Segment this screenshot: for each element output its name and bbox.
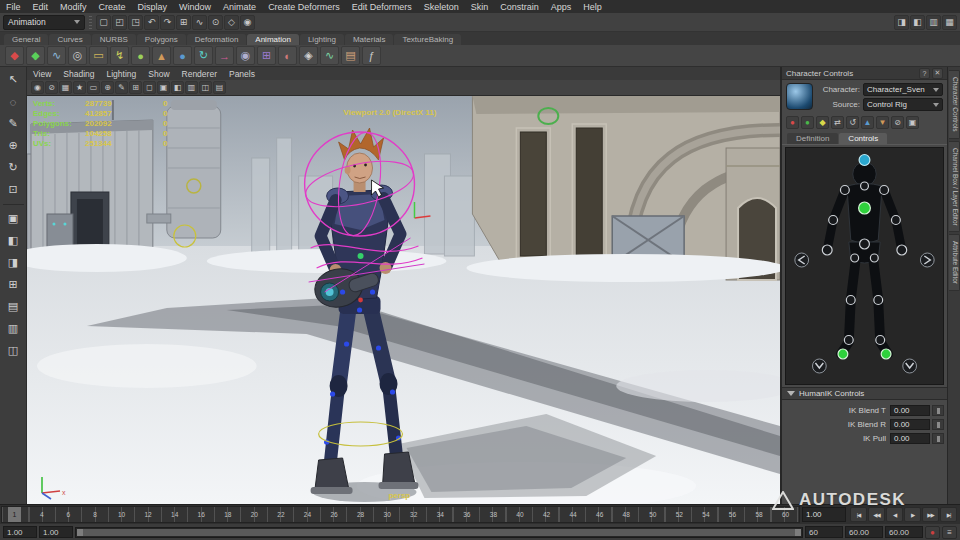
menubar-item[interactable]: Skeleton (418, 2, 465, 12)
time-slider[interactable]: 2468101214161820222426283032343638404244… (1, 506, 800, 523)
menubar-item[interactable]: Animate (217, 2, 262, 12)
lock-icon[interactable]: ⊘ (891, 116, 904, 129)
shelf-tab[interactable]: TextureBaking (394, 34, 461, 45)
animation-preferences-button[interactable]: ≡ (942, 526, 957, 539)
menubar-item[interactable]: Edit (27, 2, 55, 12)
move-tool-icon[interactable]: ⊕ (3, 135, 24, 156)
expression-editor-icon[interactable]: ƒ (362, 46, 381, 65)
snap-curve-icon[interactable]: ∿ (192, 15, 207, 30)
shelf-tab[interactable]: NURBS (92, 34, 136, 45)
cluster-icon[interactable]: ◉ (236, 46, 255, 65)
orient-constraint-icon[interactable]: ↻ (194, 46, 213, 65)
grease-pencil-icon[interactable]: ✎ (115, 81, 128, 94)
range-start-field[interactable]: 1.00 (3, 526, 37, 538)
render-icon[interactable]: ◉ (240, 15, 255, 30)
create-clip-icon[interactable]: ▭ (89, 46, 108, 65)
menubar-item[interactable]: Help (577, 2, 608, 12)
layout-two-pane-side-icon[interactable]: ◧ (3, 230, 24, 251)
menubar-item[interactable]: Skin (465, 2, 495, 12)
set-key-icon[interactable]: ◆ (5, 46, 24, 65)
slider-widget[interactable] (932, 433, 944, 444)
panel-menu-item[interactable]: View (27, 69, 57, 79)
range-start-field[interactable]: 1.00 (39, 526, 73, 538)
shelf-tab[interactable]: Deformation (187, 34, 247, 45)
bookmarks-icon[interactable]: ★ (73, 81, 86, 94)
select-camera-icon[interactable]: ◉ (31, 81, 44, 94)
menubar-item[interactable]: Create Deformers (262, 2, 346, 12)
shelf-tab[interactable]: Polygons (137, 34, 186, 45)
help-icon[interactable]: ? (919, 68, 930, 79)
lasso-select-tool-icon[interactable]: ◌ (3, 91, 24, 112)
field-chart-icon[interactable]: ▥ (185, 81, 198, 94)
save-scene-icon[interactable]: ◳ (128, 15, 143, 30)
safe-title-icon[interactable]: ▤ (213, 81, 226, 94)
resolution-gate-icon[interactable]: ▣ (157, 81, 170, 94)
snap-grid-icon[interactable]: ⊞ (176, 15, 191, 30)
panel-menu-item[interactable]: Panels (223, 69, 261, 79)
layout-four-pane-icon[interactable]: ⊞ (3, 274, 24, 295)
options-icon[interactable]: ▣ (906, 116, 919, 129)
shelf-tab[interactable]: Curves (49, 34, 90, 45)
viewport-scene[interactable]: Verts: 287739 0 Edges: 412857 0 Polygons… (27, 96, 780, 504)
attribute-value-field[interactable]: 0.00 (890, 433, 930, 444)
paint-select-tool-icon[interactable]: ✎ (3, 113, 24, 134)
pin-translate-icon[interactable]: ▼ (876, 116, 889, 129)
side-tab-attribute-editor[interactable]: Attribute Editor (949, 234, 960, 291)
safe-action-icon[interactable]: ◫ (199, 81, 212, 94)
key-full-body-icon[interactable]: ● (786, 116, 799, 129)
key-body-part-icon[interactable]: ● (801, 116, 814, 129)
menubar-item[interactable]: Apps (545, 2, 578, 12)
select-tool-icon[interactable]: ↖ (3, 69, 24, 90)
blend-shape-icon[interactable]: ◐ (278, 46, 297, 65)
character-controls-tab[interactable]: Definition (787, 133, 838, 144)
breakdown-key-icon[interactable]: ◆ (26, 46, 45, 65)
shelf-tab[interactable]: General (4, 34, 48, 45)
layout-persp-outliner-icon[interactable]: ▤ (3, 296, 24, 317)
dope-sheet-icon[interactable]: ▤ (341, 46, 360, 65)
go-to-stance-icon[interactable]: ▲ (861, 116, 874, 129)
range-end-field[interactable]: 60.00 (845, 526, 883, 538)
mirror-icon[interactable]: ⇄ (831, 116, 844, 129)
layout-single-pane-icon[interactable]: ▣ (3, 208, 24, 229)
source-dropdown[interactable]: Control Rig (863, 98, 943, 111)
snap-point-icon[interactable]: ⊙ (208, 15, 223, 30)
rotate-tool-icon[interactable]: ↻ (3, 157, 24, 178)
side-tab-character-controls[interactable]: Character Controls (949, 70, 960, 139)
side-tab-channel-box[interactable]: Channel Box / Layer Editor (949, 141, 960, 233)
close-icon[interactable]: ✕ (932, 68, 943, 79)
range-bar[interactable] (77, 529, 801, 536)
film-gate-icon[interactable]: ◻ (143, 81, 156, 94)
undo-icon[interactable]: ↶ (144, 15, 159, 30)
lattice-icon[interactable]: ⊞ (257, 46, 276, 65)
slider-widget[interactable] (932, 419, 944, 430)
range-end-field[interactable]: 60.00 (885, 526, 923, 538)
range-end-field[interactable]: 60 (805, 526, 843, 538)
open-scene-icon[interactable]: ◰ (112, 15, 127, 30)
2d-pan-zoom-icon[interactable]: ⊕ (101, 81, 114, 94)
toggle-channel-box-icon[interactable]: ▥ (926, 15, 941, 30)
point-constraint-icon[interactable]: ● (173, 46, 192, 65)
toggle-attribute-editor-icon[interactable]: ◨ (894, 15, 909, 30)
panel-menu-item[interactable]: Lighting (100, 69, 142, 79)
aim-constraint-icon[interactable]: → (215, 46, 234, 65)
shelf-tab[interactable]: Materials (345, 34, 393, 45)
range-handle-right[interactable] (795, 529, 801, 536)
menubar-item[interactable]: Create (93, 2, 132, 12)
scale-tool-icon[interactable]: ⊡ (3, 179, 24, 200)
joint-tool-icon[interactable]: ● (131, 46, 150, 65)
playhead[interactable]: 1 (8, 507, 21, 522)
graph-editor-icon[interactable]: ∿ (320, 46, 339, 65)
menubar-item[interactable]: Edit Deformers (346, 2, 418, 12)
ghost-icon[interactable]: ◎ (68, 46, 87, 65)
panel-menu-item[interactable]: Renderer (176, 69, 223, 79)
attribute-value-field[interactable]: 0.00 (890, 405, 930, 416)
menubar-item[interactable]: Display (132, 2, 174, 12)
character-controls-tab[interactable]: Controls (839, 133, 887, 144)
go-to-end-button[interactable]: ▶| (940, 507, 957, 522)
layout-hypershade-icon[interactable]: ◫ (3, 340, 24, 361)
parent-constraint-icon[interactable]: ▲ (152, 46, 171, 65)
slider-widget[interactable] (932, 405, 944, 416)
motion-trail-icon[interactable]: ∿ (47, 46, 66, 65)
grid-icon[interactable]: ⊞ (129, 81, 142, 94)
new-scene-icon[interactable]: ▢ (96, 15, 111, 30)
